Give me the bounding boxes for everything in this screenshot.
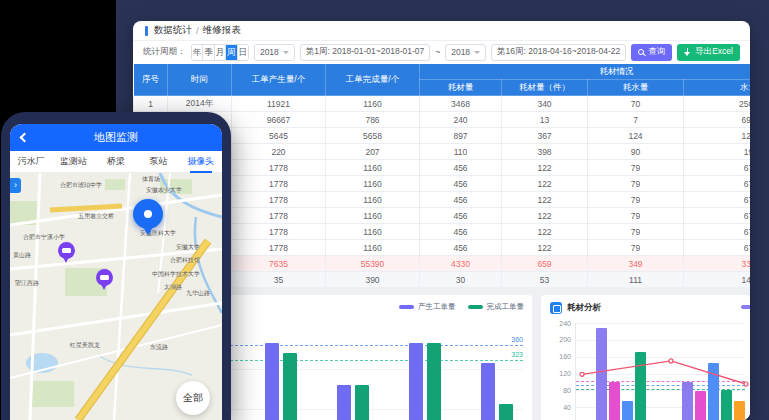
table-cell: 1160: [326, 176, 420, 192]
table-cell: 124: [588, 128, 684, 144]
legend-swatch: [399, 305, 414, 309]
year-end-select[interactable]: 2018: [445, 44, 486, 61]
table-cell: 122: [502, 176, 588, 192]
chart-bar: [499, 404, 513, 420]
phone-tab-摄像头[interactable]: 摄像头: [180, 151, 222, 173]
period-option-日[interactable]: 日: [237, 45, 248, 60]
table-row: 12014年1192111603468340702508: [134, 96, 751, 112]
map-label: 五里墩立交桥: [78, 212, 114, 221]
map-label: 红星美凯龙: [70, 341, 100, 350]
map-expand-button[interactable]: ›: [10, 178, 21, 193]
table-cell: 659: [502, 256, 588, 272]
map-label: 黄山路: [13, 251, 31, 260]
week-start-input[interactable]: 第1周: 2018-01-01~2018-01-07: [300, 44, 430, 61]
table-cell: 897: [420, 128, 502, 144]
period-option-月[interactable]: 月: [214, 45, 225, 60]
table-cell: 1778: [232, 160, 326, 176]
table-cell: 1778: [232, 192, 326, 208]
map-label: 安徽农业大学: [146, 186, 182, 195]
table-cell: 1160: [326, 160, 420, 176]
table-cell: 690: [684, 112, 751, 128]
table-cell: 35: [232, 272, 326, 288]
table-cell: 79: [588, 176, 684, 192]
breadcrumb-section[interactable]: 数据统计: [154, 24, 192, 37]
breadcrumb: 数据统计 / 维修报表: [133, 21, 750, 40]
year-start-select[interactable]: 2018: [254, 44, 295, 61]
table-cell: 67: [684, 176, 751, 192]
table-cell: 70: [588, 96, 684, 112]
map-all-button[interactable]: 全部: [176, 381, 210, 415]
period-option-年[interactable]: 年: [192, 45, 203, 60]
table-cell: 96667: [232, 112, 326, 128]
map-label: 安徽大学: [176, 243, 200, 252]
table-cell: 90: [588, 144, 684, 160]
phone-header: 地图监测: [10, 124, 222, 151]
table-cell: 4330: [420, 256, 502, 272]
export-excel-button[interactable]: 导出Excel: [677, 44, 740, 61]
map-label: 望江西路: [15, 279, 39, 288]
map-canvas[interactable]: › 全部 合肥市琥珀中学体育场安徽农业大学五里墩立交桥安徽医科大学合肥市宁溪小学…: [10, 173, 222, 420]
table-cell: 220: [232, 144, 326, 160]
map-label: 中国科学技术大学: [152, 270, 200, 279]
chart-bar: [355, 385, 369, 420]
ref-line-label: 323: [511, 351, 523, 358]
column-subheader: 水量: [684, 80, 751, 96]
table-cell: 79: [588, 224, 684, 240]
table-cell: 349: [588, 256, 684, 272]
period-option-季[interactable]: 季: [202, 45, 213, 60]
phone-title: 地图监测: [10, 124, 222, 151]
phone-tab-污水厂[interactable]: 污水厂: [10, 151, 52, 173]
range-separator: ~: [435, 47, 440, 57]
map-label: 合肥市宁溪小学: [23, 233, 65, 242]
legend-item[interactable]: 产生工单量: [399, 302, 456, 312]
phone-tabs: 污水厂监测站桥梁泵站摄像头: [10, 151, 222, 173]
legend-label: 完成工单量: [487, 302, 525, 312]
table-cell: 122: [502, 192, 588, 208]
table-cell: 55390: [326, 256, 420, 272]
table-cell: 7635: [232, 256, 326, 272]
axis-tick-label: 160: [559, 353, 571, 360]
map-label: 合肥科技馆: [170, 256, 200, 265]
table-cell: 3468: [420, 96, 502, 112]
phone-tab-泵站[interactable]: 泵站: [137, 151, 179, 173]
table-cell: 1778: [232, 224, 326, 240]
table-cell: 67: [684, 240, 751, 256]
table-cell: 1160: [326, 224, 420, 240]
table-cell: 30: [420, 272, 502, 288]
map-label: 东流路: [150, 343, 168, 352]
selected-camera-marker[interactable]: [133, 199, 163, 229]
table-cell: 398: [502, 144, 588, 160]
column-subheader: 耗材量: [420, 80, 502, 96]
table-cell: 53: [502, 272, 588, 288]
filter-bar: 统计周期： 年季月周日 2018 第1周: 2018-01-01~2018-01…: [133, 41, 750, 63]
period-group: 年季月周日: [191, 44, 249, 61]
column-header: 工单完成量/个: [326, 64, 420, 96]
table-cell: 332: [684, 256, 751, 272]
table-cell: 11921: [232, 96, 326, 112]
phone-mockup: 地图监测 污水厂监测站桥梁泵站摄像头: [1, 112, 231, 420]
period-option-周[interactable]: 周: [225, 45, 236, 60]
camera-marker[interactable]: [96, 269, 113, 286]
chart-bar: [283, 353, 297, 420]
table-cell: 79: [588, 192, 684, 208]
axis-tick-label: 240: [559, 320, 571, 327]
table-cell: 240: [420, 112, 502, 128]
legend-item[interactable]: 完成工单量: [468, 302, 525, 312]
table-cell: 1160: [326, 96, 420, 112]
year-end-value: 2018: [451, 47, 470, 57]
table-cell: 2014年: [168, 96, 232, 112]
phone-tab-监测站[interactable]: 监测站: [52, 151, 94, 173]
table-cell: 5645: [232, 128, 326, 144]
table-cell: 2508: [684, 96, 751, 112]
table-cell: 456: [420, 208, 502, 224]
table-cell: 67: [684, 208, 751, 224]
chart-icon: [550, 302, 562, 314]
week-end-input[interactable]: 第16周: 2018-04-16~2018-04-22: [491, 44, 626, 61]
year-start-value: 2018: [260, 47, 279, 57]
camera-marker[interactable]: [58, 242, 75, 259]
phone-tab-桥梁[interactable]: 桥梁: [95, 151, 137, 173]
legend-label: 产生工单量: [418, 302, 456, 312]
search-button[interactable]: 查询: [631, 44, 672, 61]
table-cell: 456: [420, 160, 502, 176]
chart-bar: [481, 363, 495, 420]
